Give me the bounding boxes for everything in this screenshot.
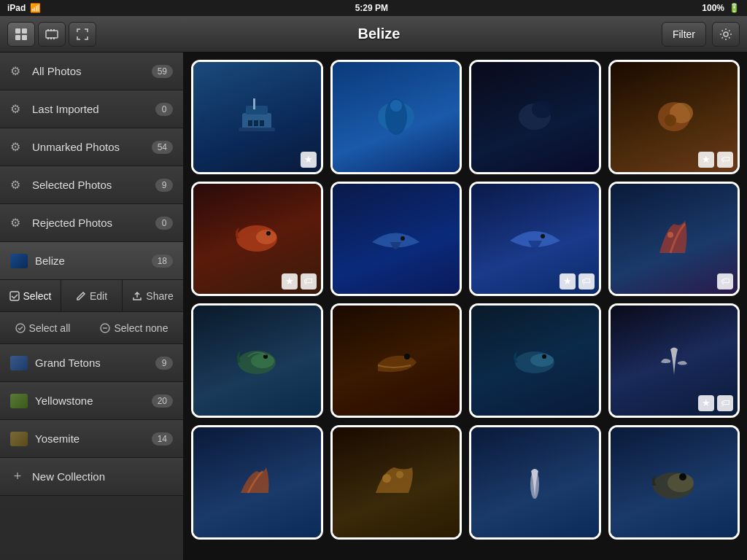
svg-point-32 <box>266 231 271 236</box>
photo-cell-2[interactable] <box>330 60 462 174</box>
sidebar-item-yellowstone[interactable]: Yellowstone 20 <box>0 382 183 420</box>
gear-icon: ⚙ <box>10 178 25 192</box>
svg-rect-6 <box>50 29 52 31</box>
filmstrip-view-button[interactable] <box>38 22 66 47</box>
page-title: Belize <box>358 26 400 42</box>
sidebar-item-yosemite[interactable]: Yosemite 14 <box>0 420 183 458</box>
svg-point-26 <box>532 101 552 118</box>
time-label: 5:29 PM <box>355 3 388 13</box>
svg-rect-20 <box>254 120 258 126</box>
sidebar-item-new-collection[interactable]: + New Collection <box>0 458 183 496</box>
sidebar-count-selected-photos: 9 <box>155 179 173 192</box>
edit-button[interactable]: Edit <box>61 280 123 311</box>
status-bar: iPad 📶 5:29 PM 100% 🔋 <box>0 0 747 16</box>
svg-point-41 <box>530 354 554 367</box>
share-label: Share <box>146 290 173 302</box>
svg-point-45 <box>530 470 539 499</box>
sidebar-label-grand-tetons: Grand Tetons <box>35 357 155 369</box>
svg-point-35 <box>667 232 673 238</box>
svg-rect-19 <box>248 120 252 126</box>
photo-cell-1[interactable]: ★ <box>191 60 323 174</box>
sidebar-count-yosemite: 14 <box>152 432 173 446</box>
photo-cell-11[interactable] <box>469 303 601 418</box>
grid-view-button[interactable] <box>7 22 35 47</box>
share-button[interactable]: Share <box>123 280 183 311</box>
photo-cell-3[interactable] <box>469 60 601 174</box>
belize-thumbnail <box>10 254 28 268</box>
svg-rect-0 <box>15 28 20 34</box>
toolbar: Belize Filter <box>0 16 747 52</box>
status-left: iPad 📶 <box>7 3 41 13</box>
select-none-button[interactable]: Select none <box>100 322 168 334</box>
sidebar-count-rejected-photos: 0 <box>155 217 173 230</box>
star-icon: ★ <box>282 273 298 289</box>
tag-icon: 🏷 <box>578 273 595 289</box>
svg-point-48 <box>679 473 686 481</box>
svg-rect-5 <box>47 29 49 31</box>
tag-icon: 🏷 <box>717 152 733 168</box>
svg-point-11 <box>724 32 728 36</box>
photo-cell-14[interactable] <box>330 425 462 540</box>
tag-icon: 🏷 <box>717 273 733 289</box>
fullscreen-view-button[interactable] <box>69 22 96 47</box>
svg-point-24 <box>390 100 402 112</box>
photo-cell-9[interactable] <box>191 303 323 418</box>
tag-icon: 🏷 <box>717 395 733 411</box>
photo-cell-6[interactable] <box>330 182 462 296</box>
sidebar-label-unmarked-photos: Unmarked Photos <box>32 141 152 153</box>
photo-cell-16[interactable] <box>608 425 740 540</box>
svg-point-39 <box>404 354 410 359</box>
photo-grid: ★ ★🏷 ★🏷 <box>184 52 747 560</box>
photo-cell-13[interactable] <box>191 425 323 540</box>
photo-cell-10[interactable] <box>330 303 462 418</box>
svg-rect-17 <box>253 98 255 109</box>
sidebar-item-last-imported[interactable]: ⚙ Last Imported 0 <box>0 90 183 128</box>
star-icon: ★ <box>301 152 317 168</box>
gear-icon: ⚙ <box>10 140 25 155</box>
svg-rect-18 <box>239 128 275 131</box>
sidebar-item-rejected-photos[interactable]: ⚙ Rejected Photos 0 <box>0 204 183 242</box>
action-row: Select Edit Share <box>0 280 183 312</box>
photo-cell-12[interactable]: ★🏷 <box>608 303 740 418</box>
svg-rect-16 <box>246 106 268 114</box>
plus-icon: + <box>10 470 25 484</box>
photo-cell-5[interactable]: ★🏷 <box>191 182 323 296</box>
select-all-button[interactable]: Select all <box>15 322 71 334</box>
filter-button[interactable]: Filter <box>662 22 706 47</box>
sidebar-count-belize: 18 <box>152 254 173 268</box>
tag-icon: 🏷 <box>301 273 317 289</box>
gear-icon: ⚙ <box>10 102 25 117</box>
sidebar-label-selected-photos: Selected Photos <box>32 179 155 191</box>
sidebar-item-selected-photos[interactable]: ⚙ Selected Photos 9 <box>0 166 183 204</box>
battery-icon: 🔋 <box>729 3 740 13</box>
status-right: 100% 🔋 <box>702 3 740 13</box>
photo-cell-7[interactable]: ★🏷 <box>469 182 601 296</box>
sidebar: ⚙ All Photos 59 ⚙ Last Imported 0 ⚙ Unma… <box>0 52 184 560</box>
sidebar-item-all-photos[interactable]: ⚙ All Photos 59 <box>0 52 183 90</box>
select-all-label: Select all <box>29 322 71 334</box>
svg-point-31 <box>256 230 276 244</box>
edit-label: Edit <box>90 290 107 302</box>
sidebar-item-unmarked-photos[interactable]: ⚙ Unmarked Photos 54 <box>0 128 183 166</box>
svg-point-43 <box>382 474 391 483</box>
toolbar-right: Filter <box>662 22 740 47</box>
svg-rect-9 <box>50 37 52 39</box>
sidebar-count-last-imported: 0 <box>155 103 173 116</box>
photo-cell-15[interactable] <box>469 425 601 540</box>
svg-point-33 <box>400 236 405 241</box>
sidebar-label-belize: Belize <box>35 254 152 267</box>
photo-cell-4[interactable]: ★🏷 <box>608 60 740 174</box>
svg-rect-10 <box>53 37 55 39</box>
photo-cell-8[interactable]: 🏷 <box>608 182 740 296</box>
star-icon: ★ <box>698 395 714 411</box>
settings-button[interactable] <box>712 22 740 47</box>
main-area: ⚙ All Photos 59 ⚙ Last Imported 0 ⚙ Unma… <box>0 52 747 560</box>
select-button[interactable]: Select <box>0 280 61 311</box>
sidebar-count-all-photos: 59 <box>152 65 173 78</box>
svg-rect-1 <box>22 28 27 34</box>
battery-label: 100% <box>702 3 724 13</box>
star-icon: ★ <box>560 273 576 289</box>
select-label: Select <box>23 290 52 302</box>
sidebar-item-grand-tetons[interactable]: Grand Tetons 9 <box>0 344 183 382</box>
sidebar-item-belize[interactable]: Belize 18 <box>0 242 183 280</box>
